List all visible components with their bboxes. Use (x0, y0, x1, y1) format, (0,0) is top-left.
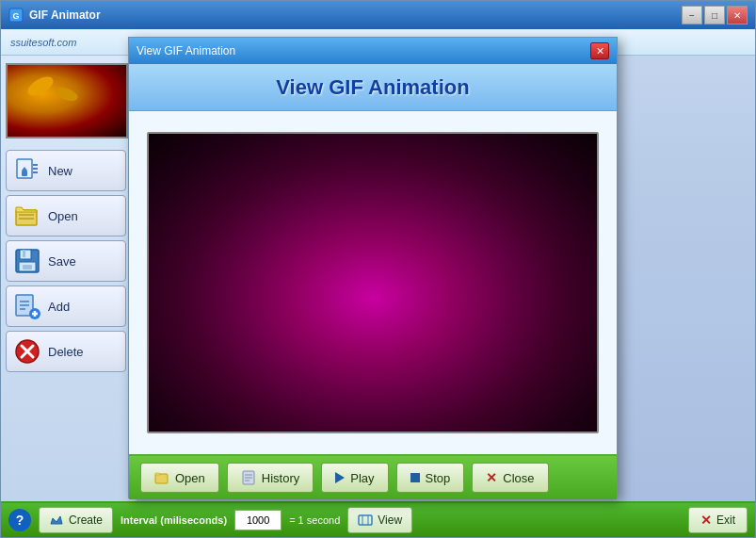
dialog-history-label: History (262, 471, 299, 485)
play-icon (335, 472, 345, 483)
dialog-stop-label: Stop (426, 471, 451, 485)
dialog-footer: Open History Play (129, 454, 617, 499)
stop-icon (410, 473, 420, 482)
animation-preview (147, 132, 599, 433)
main-window: G GIF Animator − □ ✕ ssuitesoft.com (0, 0, 756, 538)
dialog-title-bar: View GIF Animation ✕ (129, 38, 617, 64)
dialog-close-footer-button[interactable]: ✕ Close (472, 463, 548, 493)
dialog-history-icon (241, 470, 256, 485)
dialog-title: View GIF Animation (137, 44, 590, 57)
dialog-open-button[interactable]: Open (140, 463, 219, 493)
dialog-history-button[interactable]: History (227, 463, 314, 493)
dialog-content (129, 111, 617, 454)
modal-overlay: View GIF Animation ✕ View GIF Animation (1, 1, 755, 537)
dialog-header-title: View GIF Animation (276, 75, 469, 100)
dialog-stop-button[interactable]: Stop (396, 463, 465, 493)
flower-background (149, 134, 597, 432)
dialog-play-button[interactable]: Play (321, 463, 388, 493)
gif-dialog: View GIF Animation ✕ View GIF Animation (128, 37, 618, 498)
dialog-open-icon (154, 470, 169, 485)
dialog-close-button[interactable]: ✕ (590, 42, 609, 59)
dialog-close-label: Close (503, 471, 534, 485)
dialog-header: View GIF Animation (129, 64, 617, 111)
dialog-play-label: Play (350, 471, 374, 485)
close-x-icon: ✕ (486, 470, 497, 485)
svg-rect-94 (155, 474, 168, 483)
dialog-open-label: Open (175, 471, 205, 485)
